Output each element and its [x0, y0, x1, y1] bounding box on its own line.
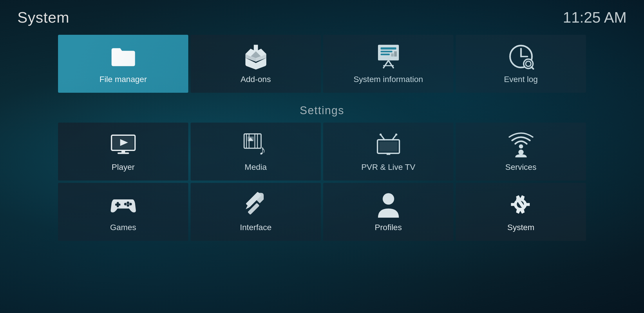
tile-add-ons-label: Add-ons: [240, 75, 271, 84]
svg-text:♪: ♪: [259, 143, 265, 157]
tile-system[interactable]: System: [456, 183, 586, 241]
tile-services[interactable]: Services: [456, 123, 586, 181]
services-icon: [508, 131, 534, 157]
svg-rect-36: [115, 203, 120, 205]
svg-rect-18: [121, 150, 125, 152]
settings-section: Settings Pl: [58, 104, 586, 241]
svg-point-31: [395, 134, 397, 136]
svg-rect-7: [394, 51, 397, 57]
player-icon: [110, 131, 136, 157]
event-log-icon: [508, 43, 534, 70]
svg-rect-19: [117, 152, 129, 154]
svg-line-4: [383, 61, 388, 68]
svg-point-33: [519, 144, 523, 148]
tile-profiles-label: Profiles: [375, 223, 402, 232]
svg-point-38: [129, 203, 132, 205]
settings-row-1: Player ♪ Me: [58, 123, 586, 181]
media-icon: ♪: [243, 131, 269, 157]
svg-line-13: [531, 67, 534, 70]
interface-icon: [243, 192, 269, 218]
tile-media-label: Media: [245, 163, 267, 172]
tile-profiles[interactable]: Profiles: [323, 183, 453, 241]
tile-services-label: Services: [505, 163, 536, 172]
tile-games-label: Games: [110, 223, 136, 232]
tile-event-log[interactable]: Event log: [456, 35, 586, 93]
svg-point-34: [518, 150, 524, 155]
tile-system-information[interactable]: System information: [323, 35, 453, 93]
clock: 11:25 AM: [563, 9, 627, 26]
svg-point-37: [126, 201, 129, 204]
svg-rect-32: [386, 153, 390, 155]
tile-add-ons[interactable]: Add-ons: [191, 35, 321, 93]
tile-games[interactable]: Games: [58, 183, 188, 241]
tile-media[interactable]: ♪ Media: [191, 123, 321, 181]
system-information-icon: [375, 43, 401, 70]
tile-system-information-label: System information: [354, 75, 423, 84]
profiles-icon: [375, 192, 401, 218]
tile-file-manager-label: File manager: [100, 75, 147, 84]
tile-system-label: System: [507, 223, 534, 232]
tile-pvr-live-tv[interactable]: PVR & Live TV: [323, 123, 453, 181]
tile-interface[interactable]: Interface: [191, 183, 321, 241]
svg-rect-27: [379, 142, 397, 152]
folder-icon: [110, 43, 136, 70]
settings-label: Settings: [58, 104, 586, 117]
tile-player-label: Player: [112, 163, 135, 172]
system-settings-icon: [508, 192, 534, 218]
svg-point-39: [126, 204, 129, 207]
svg-line-5: [388, 61, 394, 68]
svg-point-40: [124, 203, 126, 205]
svg-rect-2: [381, 51, 392, 52]
tile-event-log-label: Event log: [504, 75, 538, 84]
pvr-icon: [375, 131, 401, 157]
tile-file-manager[interactable]: File manager: [58, 35, 188, 93]
tile-player[interactable]: Player: [58, 123, 188, 181]
games-icon: [110, 192, 136, 218]
svg-point-44: [383, 193, 394, 205]
svg-point-30: [379, 134, 381, 136]
svg-rect-3: [381, 54, 390, 55]
tile-pvr-live-tv-label: PVR & Live TV: [361, 163, 415, 172]
tile-interface-label: Interface: [240, 223, 272, 232]
app-title: System: [17, 9, 69, 26]
settings-row-2: Games Interface: [58, 183, 586, 241]
addons-icon: [243, 43, 269, 70]
top-row: File manager Add-ons: [58, 35, 586, 93]
svg-rect-1: [381, 48, 396, 50]
settings-grid: Player ♪ Me: [58, 123, 586, 241]
svg-rect-22: [255, 134, 257, 148]
svg-rect-8: [391, 53, 394, 57]
